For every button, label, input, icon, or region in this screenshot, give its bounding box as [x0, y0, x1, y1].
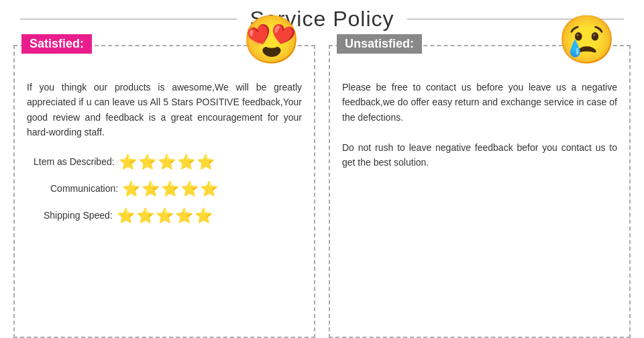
unsatisfied-text2: Do not rush to leave negative feedback b…	[342, 140, 617, 170]
ltem-label: Ltem as Described:	[34, 154, 115, 169]
star-5: ⭐	[197, 150, 215, 174]
unsatisfied-label: Unsatisfied:	[337, 34, 422, 54]
ship-label: Shipping Speed:	[44, 208, 113, 223]
star-s5: ⭐	[195, 204, 213, 227]
star-s2: ⭐	[136, 204, 154, 227]
star-c1: ⭐	[122, 177, 140, 201]
sad-face-icon: 😢	[557, 13, 616, 66]
satisfied-emoji: 😍	[242, 16, 301, 63]
satisfied-body: If you thingk our products is awesome,We…	[27, 80, 302, 227]
star-2: ⭐	[138, 150, 156, 174]
star-s1: ⭐	[117, 204, 135, 227]
star-s3: ⭐	[156, 204, 174, 227]
star-1: ⭐	[119, 150, 137, 174]
satisfied-panel: Satisfied: 😍 If you thingk our products …	[13, 45, 315, 338]
star-4: ⭐	[177, 150, 195, 174]
header-line-left	[20, 19, 237, 19]
unsatisfied-body: Please be free to contact us before you …	[342, 80, 617, 170]
star-3: ⭐	[158, 150, 176, 174]
love-face-icon: 😍	[242, 13, 301, 66]
star-s4: ⭐	[175, 204, 193, 227]
satisfied-label: Satisfied:	[21, 34, 92, 54]
star-c4: ⭐	[180, 177, 199, 201]
stars-row-ltem: Ltem as Described: ⭐ ⭐ ⭐ ⭐ ⭐	[27, 150, 302, 174]
satisfied-panel-header: Satisfied:	[21, 34, 92, 54]
comm-label: Communication:	[50, 181, 118, 196]
satisfied-text: If you thingk our products is awesome,We…	[27, 80, 302, 140]
main-content: Satisfied: 😍 If you thingk our products …	[0, 45, 644, 338]
stars-row-comm: Communication: ⭐ ⭐ ⭐ ⭐ ⭐	[27, 177, 302, 201]
star-c5: ⭐	[200, 177, 218, 201]
unsatisfied-emoji: 😢	[557, 16, 616, 63]
unsatisfied-panel: Unsatisfied: 😢 Please be free to contact…	[329, 45, 631, 338]
stars-section: Ltem as Described: ⭐ ⭐ ⭐ ⭐ ⭐ Communicati…	[27, 150, 302, 228]
star-c2: ⭐	[142, 177, 160, 201]
star-c3: ⭐	[161, 177, 179, 201]
unsatisfied-text1: Please be free to contact us before you …	[342, 80, 617, 125]
stars-row-ship: Shipping Speed: ⭐ ⭐ ⭐ ⭐ ⭐	[27, 204, 302, 227]
unsatisfied-panel-header: Unsatisfied:	[337, 34, 422, 54]
page-header: Service Policy	[0, 0, 644, 38]
